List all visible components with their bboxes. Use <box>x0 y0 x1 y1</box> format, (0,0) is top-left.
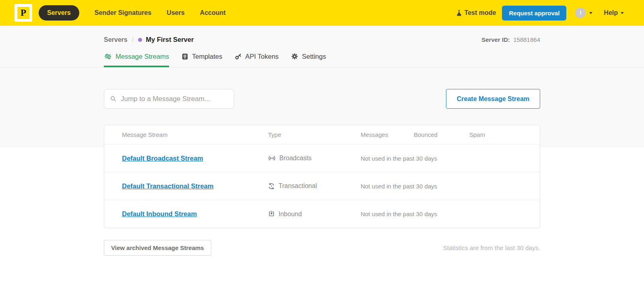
main-nav: Servers Sender Signatures Users Account <box>39 5 226 21</box>
tab-label: Settings <box>302 53 326 60</box>
stream-search <box>104 89 234 109</box>
tab-bar: Message Streams Templates <box>104 52 540 67</box>
avatar[interactable]: I <box>575 8 586 18</box>
transactional-icon <box>268 183 275 190</box>
server-header-section: Servers / My First Server Server ID: 158… <box>0 26 644 68</box>
test-mode-label: Test mode <box>464 9 496 17</box>
search-input[interactable] <box>104 89 234 109</box>
breadcrumb: Servers / My First Server <box>104 36 194 43</box>
table-row: Default Inbound Stream Inbound Not used … <box>104 200 540 228</box>
column-header-spam: Spam <box>469 131 540 138</box>
stream-type: Transactional <box>268 182 361 190</box>
column-header-bounced: Bounced <box>414 131 469 138</box>
tab-api-tokens[interactable]: API Tokens <box>235 52 279 67</box>
stream-usage: Not used in the past 30 days <box>361 155 540 162</box>
postmark-app: P Servers Sender Signatures Users Accoun… <box>0 0 644 256</box>
tab-label: API Tokens <box>245 53 279 60</box>
message-streams-table: Message Stream Type Messages Bounced Spa… <box>104 125 540 228</box>
inbound-icon <box>268 211 275 217</box>
top-navigation: P Servers Sender Signatures Users Accoun… <box>0 0 644 26</box>
chevron-down-icon <box>621 12 624 14</box>
table-footer: View archived Message Streams Statistics… <box>104 240 540 256</box>
test-mode-indicator: Test mode <box>456 9 496 17</box>
breadcrumb-separator: / <box>132 36 134 43</box>
flask-icon <box>456 10 462 16</box>
table-header-row: Message Stream Type Messages Bounced Spa… <box>104 125 540 145</box>
message-streams-page: Create Message Stream Message Stream Typ… <box>0 68 644 256</box>
stream-type-label: Inbound <box>279 211 302 218</box>
tab-settings[interactable]: Settings <box>291 52 326 67</box>
streams-toolbar: Create Message Stream <box>104 68 540 109</box>
tab-label: Templates <box>192 53 222 60</box>
nav-item-users[interactable]: Users <box>167 9 184 17</box>
help-menu[interactable]: Help <box>604 9 624 17</box>
breadcrumb-servers-link[interactable]: Servers <box>104 36 128 43</box>
server-id: Server ID: 15881864 <box>481 36 540 43</box>
stats-note: Statistics are from the last 30 days. <box>443 244 540 252</box>
help-label: Help <box>604 9 618 17</box>
stream-link-default-broadcast[interactable]: Default Broadcast Stream <box>122 155 203 162</box>
stream-type-label: Broadcasts <box>279 155 312 162</box>
column-header-messages: Messages <box>361 131 414 138</box>
gear-icon <box>291 53 298 60</box>
server-color-dot <box>138 38 142 42</box>
postmark-logo[interactable]: P <box>14 4 32 22</box>
key-icon <box>235 53 242 60</box>
tab-templates[interactable]: Templates <box>182 52 222 67</box>
chevron-down-icon <box>589 12 592 14</box>
stream-type: Broadcasts <box>268 155 361 162</box>
nav-item-servers[interactable]: Servers <box>39 5 79 21</box>
tab-message-streams[interactable]: Message Streams <box>104 52 169 67</box>
column-header-message-stream: Message Stream <box>122 131 268 138</box>
stream-type-label: Transactional <box>279 182 317 190</box>
create-message-stream-button[interactable]: Create Message Stream <box>446 89 540 109</box>
avatar-letter: I <box>580 10 581 16</box>
server-id-label: Server ID: <box>481 36 510 43</box>
templates-icon <box>182 53 188 60</box>
stream-link-default-inbound[interactable]: Default Inbound Stream <box>122 210 197 217</box>
request-approval-button[interactable]: Request approval <box>502 6 566 21</box>
stream-usage: Not used in the past 30 days <box>361 183 540 190</box>
stream-type: Inbound <box>268 211 361 218</box>
breadcrumb-current: My First Server <box>146 36 194 43</box>
account-menu[interactable]: I <box>575 8 592 18</box>
stream-usage: Not used in the past 30 days <box>361 211 540 217</box>
nav-item-account[interactable]: Account <box>200 9 226 17</box>
column-header-type: Type <box>268 131 361 138</box>
postmark-logo-letter: P <box>17 7 29 19</box>
view-archived-button[interactable]: View archived Message Streams <box>104 240 211 256</box>
broadcast-icon <box>268 155 276 161</box>
streams-icon <box>104 52 112 60</box>
stream-link-default-transactional[interactable]: Default Transactional Stream <box>122 182 213 190</box>
table-row: Default Transactional Stream Transac <box>104 172 540 200</box>
server-id-value: 15881864 <box>513 36 540 43</box>
nav-right-group: Test mode Request approval I Help <box>456 6 624 21</box>
tab-label: Message Streams <box>116 53 169 60</box>
table-row: Default Broadcast Stream Broadcasts Not … <box>104 145 540 172</box>
nav-item-sender-signatures[interactable]: Sender Signatures <box>95 9 151 17</box>
